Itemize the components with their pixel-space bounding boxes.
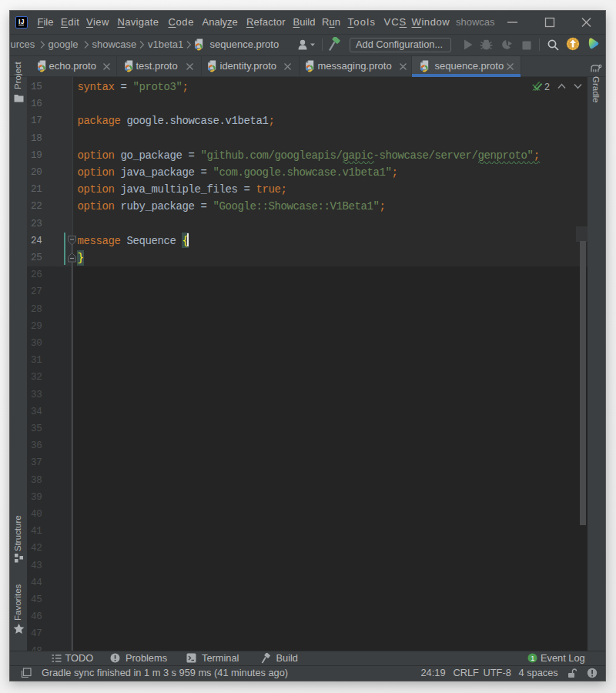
svg-text:2: 2	[544, 82, 550, 92]
svg-text:1: 1	[531, 654, 534, 662]
